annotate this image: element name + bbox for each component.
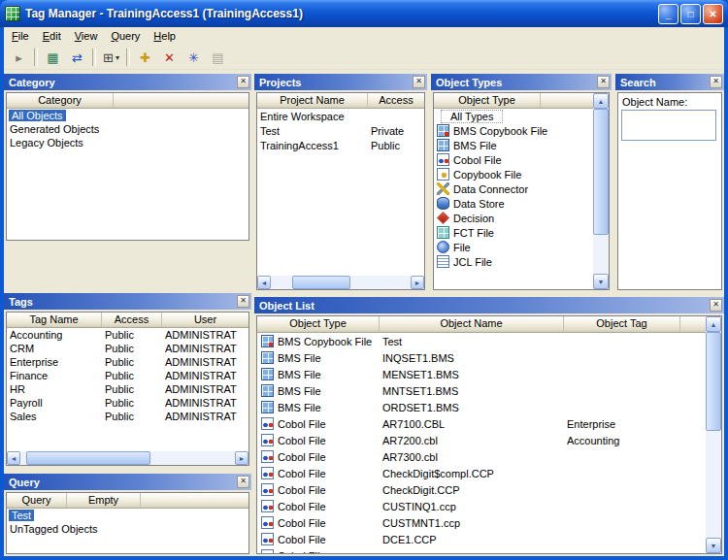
object-type-item[interactable]: Data Connector bbox=[434, 181, 593, 196]
object-row[interactable]: BMS File INQSET1.BMS bbox=[257, 349, 706, 366]
object-row[interactable]: Cobol File AR7100.CBL Enterprise bbox=[257, 415, 706, 432]
menu-edit[interactable]: Edit bbox=[36, 28, 68, 45]
column-header-object-type[interactable]: Object Type bbox=[257, 316, 380, 332]
object-list-close-button[interactable]: ✕ bbox=[710, 299, 722, 312]
column-header-object-type[interactable]: Object Type bbox=[434, 93, 541, 108]
object-list-panel-titlebar[interactable]: Object List ✕ bbox=[254, 297, 724, 313]
project-row[interactable]: TrainingAccess1 Public bbox=[257, 138, 424, 152]
menu-file[interactable]: File bbox=[5, 28, 36, 45]
object-row[interactable]: BMS File MNTSET1.BMS bbox=[257, 382, 706, 399]
tag-row[interactable]: Payroll Public ADMINISTRAT bbox=[7, 396, 248, 410]
column-header-user[interactable]: User bbox=[162, 313, 248, 327]
category-item[interactable]: Legacy Objects bbox=[7, 136, 248, 149]
object-row[interactable]: Cobol File CUSTINQ1.ccp bbox=[257, 498, 706, 514]
category-item[interactable]: Generated Objects bbox=[7, 122, 248, 136]
tag-row[interactable]: CRM Public ADMINISTRAT bbox=[7, 342, 248, 355]
tag-row[interactable]: Enterprise Public ADMINISTRAT bbox=[7, 355, 248, 369]
object-type-item[interactable]: BMS File bbox=[434, 138, 593, 152]
column-header-blank[interactable] bbox=[114, 93, 248, 108]
new-tag-icon[interactable]: ✚ bbox=[133, 47, 157, 68]
object-row[interactable]: Cobol File AR7300.cbl bbox=[257, 448, 706, 465]
tag-row[interactable]: HR Public ADMINISTRAT bbox=[7, 382, 248, 396]
refresh-icon[interactable]: ⇄ bbox=[65, 47, 89, 68]
object-type-item[interactable]: BMS Copybook File bbox=[434, 123, 593, 138]
expand-dropdown-button[interactable]: ⊞ ▾ bbox=[99, 47, 123, 68]
minimize-button[interactable]: _ bbox=[658, 4, 678, 24]
tags-panel-titlebar[interactable]: Tags ✕ bbox=[4, 293, 251, 310]
column-header-access[interactable]: Access bbox=[368, 93, 424, 108]
object-row[interactable]: Cobol File AR7200.cbl Accounting bbox=[257, 432, 706, 448]
scroll-track[interactable] bbox=[20, 451, 235, 465]
maximize-button[interactable]: □ bbox=[680, 4, 701, 24]
menu-help[interactable]: Help bbox=[147, 28, 182, 45]
project-row[interactable]: Entire Workspace bbox=[257, 109, 424, 123]
object-type-item[interactable]: Copybook File bbox=[434, 167, 593, 181]
forward-icon[interactable]: ▸ bbox=[7, 47, 31, 68]
category-close-button[interactable]: ✕ bbox=[237, 76, 249, 88]
tags-hscrollbar[interactable]: ◄ ► bbox=[7, 451, 248, 465]
object-types-vscrollbar[interactable]: ▲ ▼ bbox=[593, 93, 609, 289]
column-header-blank[interactable] bbox=[680, 316, 706, 332]
object-row[interactable]: BMS File MENSET1.BMS bbox=[257, 366, 706, 382]
object-name-input[interactable] bbox=[621, 110, 716, 141]
projects-panel-titlebar[interactable]: Projects ✕ bbox=[254, 74, 427, 90]
tag-row[interactable]: Accounting Public ADMINISTRAT bbox=[7, 328, 248, 342]
query-panel-titlebar[interactable]: Query ✕ bbox=[4, 474, 251, 490]
scroll-thumb[interactable] bbox=[292, 276, 350, 289]
menu-query[interactable]: Query bbox=[104, 28, 147, 45]
column-header-object-name[interactable]: Object Name bbox=[380, 316, 564, 332]
object-types-panel-titlebar[interactable]: Object Types ✕ bbox=[431, 74, 612, 90]
projects-close-button[interactable]: ✕ bbox=[413, 76, 425, 88]
object-type-item[interactable]: Data Store bbox=[434, 196, 593, 211]
scroll-thumb[interactable] bbox=[26, 451, 150, 465]
close-button[interactable]: ✕ bbox=[703, 4, 723, 24]
search-panel-titlebar[interactable]: Search ✕ bbox=[615, 74, 724, 90]
projects-hscrollbar[interactable]: ◄ ► bbox=[257, 276, 424, 289]
scroll-track[interactable] bbox=[706, 332, 721, 538]
tag-relations-icon[interactable]: ✳ bbox=[182, 47, 206, 68]
scroll-right-button[interactable]: ► bbox=[411, 276, 424, 289]
object-row[interactable]: Cobol File CUSTMNT1.ccp bbox=[257, 514, 706, 531]
scroll-track[interactable] bbox=[271, 276, 411, 289]
object-row[interactable]: BMS Copybook File Test bbox=[257, 333, 706, 349]
tag-row[interactable]: Sales Public ADMINISTRAT bbox=[7, 410, 248, 423]
query-item[interactable]: Test bbox=[7, 509, 248, 522]
object-type-item[interactable]: FCT File bbox=[434, 225, 593, 240]
query-close-button[interactable]: ✕ bbox=[237, 476, 249, 488]
object-types-close-button[interactable]: ✕ bbox=[597, 76, 610, 88]
column-header-blank[interactable] bbox=[541, 93, 593, 108]
object-type-item[interactable]: JCL File bbox=[434, 254, 593, 269]
scroll-left-button[interactable]: ◄ bbox=[7, 451, 20, 465]
object-row[interactable]: Cobol File DCE1.CCP bbox=[257, 531, 706, 547]
object-type-root-item[interactable]: All Types bbox=[434, 109, 593, 123]
column-header-project-name[interactable]: Project Name bbox=[257, 93, 368, 108]
tags-close-button[interactable]: ✕ bbox=[237, 295, 249, 308]
query-item[interactable]: UnTagged Objects bbox=[7, 522, 248, 536]
scroll-down-button[interactable]: ▼ bbox=[593, 274, 609, 289]
category-item[interactable]: All Objects bbox=[7, 109, 248, 122]
scroll-up-button[interactable]: ▲ bbox=[706, 316, 721, 332]
column-header-object-tag[interactable]: Object Tag bbox=[564, 316, 680, 332]
object-type-item[interactable]: Cobol File bbox=[434, 152, 593, 167]
delete-tag-icon[interactable]: ✕ bbox=[157, 47, 182, 68]
object-list-vscrollbar[interactable]: ▲ ▼ bbox=[706, 316, 721, 553]
project-row[interactable]: Test Private bbox=[257, 123, 424, 138]
object-type-item[interactable]: File bbox=[434, 240, 593, 254]
scroll-thumb[interactable] bbox=[706, 332, 721, 431]
scroll-track[interactable] bbox=[593, 109, 609, 274]
scroll-down-button[interactable]: ▼ bbox=[706, 538, 721, 553]
scroll-up-button[interactable]: ▲ bbox=[593, 93, 609, 109]
object-row[interactable]: Cobol File CheckDigit.CCP bbox=[257, 481, 706, 498]
category-panel-titlebar[interactable]: Category ✕ bbox=[4, 74, 251, 90]
workspace-view-icon[interactable]: ▦ bbox=[41, 47, 65, 68]
object-row[interactable]: BMS File ORDSET1.BMS bbox=[257, 399, 706, 415]
scroll-right-button[interactable]: ► bbox=[235, 451, 248, 465]
object-row[interactable]: Cobol File CheckDigit$compl.CCP bbox=[257, 465, 706, 481]
column-header-category[interactable]: Category bbox=[7, 93, 114, 108]
title-bar[interactable]: Tag Manager - TrainingAccess1 (TrainingA… bbox=[0, 0, 728, 27]
tag-row[interactable]: Finance Public ADMINISTRAT bbox=[7, 369, 248, 382]
column-header-empty[interactable]: Empty bbox=[67, 493, 141, 508]
object-type-item[interactable]: Decision bbox=[434, 211, 593, 225]
scroll-thumb[interactable] bbox=[593, 109, 609, 235]
column-header-query[interactable]: Query bbox=[7, 493, 67, 508]
